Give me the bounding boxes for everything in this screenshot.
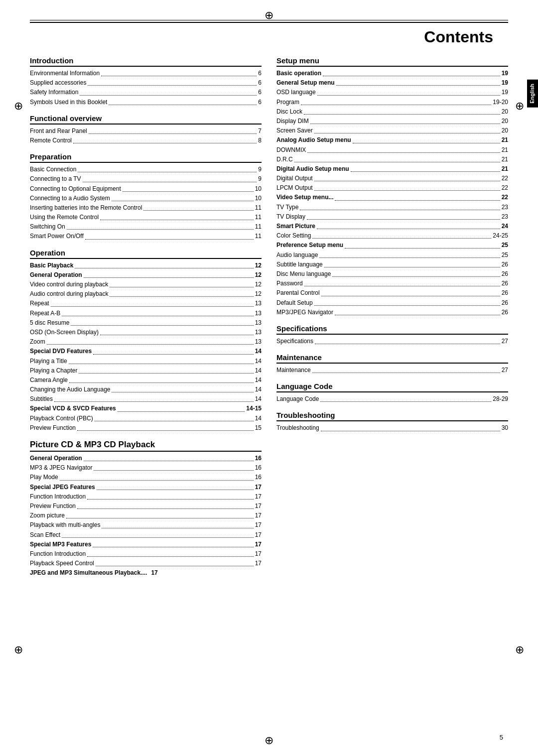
toc-item: Default Setup26 bbox=[276, 298, 508, 308]
toc-item: OSD language19 bbox=[276, 88, 508, 97]
toc-item: Password26 bbox=[276, 279, 508, 288]
page-number: 5 bbox=[500, 734, 503, 741]
toc-page: 13 bbox=[255, 318, 262, 328]
toc-label: Using the Remote Control bbox=[30, 213, 99, 222]
section-maintenance: MaintenanceMaintenance27 bbox=[276, 353, 508, 375]
toc-label: Connecting to Optional Equipment bbox=[30, 184, 121, 194]
toc-dots bbox=[73, 143, 257, 143]
toc-page: 11 bbox=[255, 203, 262, 213]
toc-label: JPEG and MP3 Simultaneous Playback.... bbox=[30, 568, 147, 578]
toc-item: Playing a Chapter14 bbox=[30, 366, 262, 376]
toc-dots bbox=[77, 508, 254, 509]
toc-page: 19 bbox=[502, 88, 508, 97]
toc-dots bbox=[307, 152, 500, 153]
section-troubleshooting: TroubleshootingTroubleshooting30 bbox=[276, 411, 508, 433]
toc-item: Repeat13 bbox=[30, 299, 262, 308]
toc-dots bbox=[112, 201, 254, 201]
toc-label: Password bbox=[276, 279, 303, 288]
toc-dots bbox=[335, 315, 500, 315]
toc-dots bbox=[71, 325, 253, 326]
toc-label: DOWNMIX bbox=[276, 145, 306, 155]
toc-dots bbox=[69, 382, 254, 383]
toc-dots bbox=[67, 229, 254, 230]
toc-page: 14 bbox=[255, 376, 262, 385]
toc-dots bbox=[314, 190, 500, 191]
toc-page: 16 bbox=[255, 473, 262, 482]
section-title-introduction: Introduction bbox=[30, 56, 262, 67]
toc-dots bbox=[314, 305, 500, 306]
toc-label: Repeat A-B bbox=[30, 309, 60, 318]
toc-page: 27 bbox=[502, 337, 508, 346]
toc-dots bbox=[300, 210, 500, 210]
toc-label: Environmental Information bbox=[30, 69, 100, 78]
toc-label: Remote Control bbox=[30, 136, 72, 145]
toc-dots bbox=[112, 392, 253, 392]
toc-item: Parental Control26 bbox=[276, 288, 508, 298]
toc-page: 13 bbox=[255, 299, 262, 308]
toc-label: Default Setup bbox=[276, 298, 313, 308]
toc-page: 21 bbox=[502, 135, 508, 145]
toc-page: 20 bbox=[502, 107, 508, 117]
toc-label: Subtitle language bbox=[276, 260, 323, 269]
toc-page: 22 bbox=[502, 183, 508, 193]
toc-page: 25 bbox=[502, 251, 508, 260]
toc-item: Basic Playback12 bbox=[30, 261, 262, 270]
toc-columns: IntroductionEnvironmental Information6Su… bbox=[30, 56, 508, 585]
toc-label: Function Introduction bbox=[30, 492, 86, 502]
toc-item: JPEG and MP3 Simultaneous Playback....17 bbox=[30, 568, 262, 578]
toc-item: Program19-20 bbox=[276, 98, 508, 107]
toc-page: 22 bbox=[502, 174, 508, 183]
toc-dots bbox=[118, 411, 245, 412]
toc-page: 26 bbox=[502, 260, 508, 269]
toc-page: 26 bbox=[502, 288, 508, 298]
toc-item: LPCM Output22 bbox=[276, 183, 508, 193]
toc-dots bbox=[123, 191, 254, 192]
toc-item: Video control during playback12 bbox=[30, 280, 262, 289]
section-setup-menu: Setup menuBasic operation19General Setup… bbox=[276, 56, 508, 317]
toc-page: 11 bbox=[255, 232, 262, 241]
section-title-troubleshooting: Troubleshooting bbox=[276, 411, 508, 421]
toc-item: Smart Picture24 bbox=[276, 222, 508, 231]
toc-item: Camera Angle14 bbox=[30, 376, 262, 385]
toc-page: 26 bbox=[502, 308, 508, 317]
section-functional-overview: Functional overviewFront and Rear Panel7… bbox=[30, 114, 262, 145]
toc-page: 11 bbox=[255, 222, 262, 232]
toc-label: Smart Power On/Off bbox=[30, 232, 84, 241]
toc-dots bbox=[310, 124, 500, 124]
toc-label: Specifications bbox=[276, 337, 313, 346]
toc-page: 26 bbox=[502, 298, 508, 308]
toc-page: 14 bbox=[255, 394, 262, 404]
toc-label: Program bbox=[276, 98, 299, 107]
toc-item: Preference Setup menu25 bbox=[276, 241, 508, 250]
toc-dots bbox=[317, 229, 500, 229]
toc-dots bbox=[304, 286, 500, 286]
toc-page: 14 bbox=[255, 347, 262, 356]
toc-item: Safety Information6 bbox=[30, 88, 262, 97]
right-column: Setup menuBasic operation19General Setup… bbox=[276, 56, 508, 585]
toc-label: Safety Information bbox=[30, 88, 78, 97]
toc-page: 17 bbox=[255, 559, 262, 568]
toc-label: MP3 & JPEG Navigator bbox=[30, 463, 92, 473]
toc-label: Preview Function bbox=[30, 423, 76, 433]
section-title-specifications: Specifications bbox=[276, 324, 508, 335]
compass-left-bottom-icon: ⊕ bbox=[14, 643, 23, 656]
toc-item: TV Display23 bbox=[276, 212, 508, 222]
toc-page: 9 bbox=[258, 174, 262, 184]
toc-label: Playing a Chapter bbox=[30, 366, 77, 376]
toc-dots bbox=[301, 105, 491, 105]
toc-item: Subtitles14 bbox=[30, 394, 262, 404]
toc-page: 25 bbox=[502, 241, 508, 250]
toc-label: Color Setting bbox=[276, 231, 311, 241]
toc-dots bbox=[97, 490, 254, 490]
toc-page: 7 bbox=[258, 126, 262, 136]
section-specifications: SpecificationsSpecifications27 bbox=[276, 324, 508, 346]
toc-item: Remote Control8 bbox=[30, 136, 262, 145]
toc-label: Preview Function bbox=[30, 502, 76, 511]
toc-label: Playback Control (PBC) bbox=[30, 414, 93, 423]
compass-right-top-icon: ⊕ bbox=[515, 100, 524, 113]
toc-dots bbox=[88, 85, 257, 86]
section-title-picture-cd: Picture CD & MP3 CD Playback bbox=[30, 440, 262, 452]
compass-top-icon: ⊕ bbox=[265, 9, 273, 22]
toc-page: 12 bbox=[255, 261, 262, 270]
section-title-preparation: Preparation bbox=[30, 152, 262, 163]
